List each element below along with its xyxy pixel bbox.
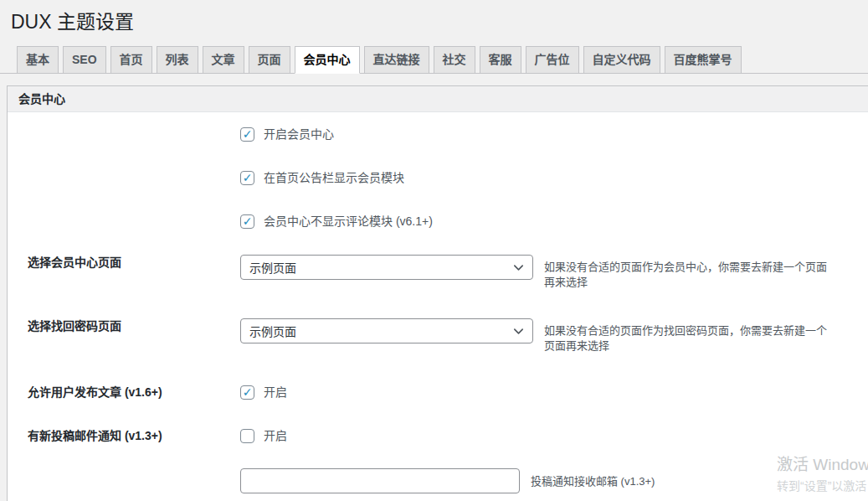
- chevron-down-icon: [512, 261, 525, 274]
- section-header: 会员中心: [8, 86, 868, 112]
- setting-row: 选择会员中心页面 示例页面 如果没有合适的页面作为会员中心，你需要去新建一个页面…: [8, 243, 868, 307]
- row-label: 选择会员中心页面: [8, 255, 240, 270]
- setting-row: 投稿通知接收邮箱 (v1.3+): [8, 457, 868, 501]
- tab-page[interactable]: 页面: [249, 46, 290, 74]
- tab-custom-code[interactable]: 自定义代码: [583, 46, 660, 74]
- tab-bar: 基本 SEO 首页 列表 文章 页面 会员中心 直达链接 社交 客服 广告位 自…: [0, 46, 868, 74]
- show-member-module-home-checkbox[interactable]: [240, 171, 254, 185]
- checkbox-label: 开启: [264, 428, 287, 443]
- setting-row: 选择找回密码页面 示例页面 如果没有合适的页面作为找回密码页面，你需要去新建一个…: [8, 307, 868, 370]
- select-value: 示例页面: [249, 259, 296, 276]
- hint-text: 如果没有合适的页面作为会员中心，你需要去新建一个页面 再来选择: [544, 255, 827, 290]
- setting-row: 会员中心不显示评论模块 (v6.1+): [8, 199, 868, 243]
- setting-row: 在首页公告栏显示会员模块: [8, 156, 868, 199]
- tab-baidu-xiongzhang[interactable]: 百度熊掌号: [665, 46, 742, 74]
- page-title: DUX 主题设置: [0, 0, 868, 34]
- checkbox-label: 开启会员中心: [264, 127, 334, 142]
- setting-row: 有新投稿邮件通知 (v1.3+) 开启: [8, 414, 868, 457]
- hint-text: 投稿通知接收邮箱 (v1.3+): [531, 468, 655, 489]
- row-label: 有新投稿邮件通知 (v1.3+): [8, 428, 240, 443]
- tab-ads[interactable]: 广告位: [526, 46, 579, 74]
- select-value: 示例页面: [249, 323, 296, 339]
- tab-member-center[interactable]: 会员中心: [295, 46, 360, 74]
- new-submission-email-checkbox[interactable]: [240, 429, 254, 443]
- tab-social[interactable]: 社交: [434, 46, 475, 74]
- setting-row: 允许用户发布文章 (v1.6+) 开启: [8, 370, 868, 414]
- checkbox-label: 会员中心不显示评论模块 (v6.1+): [264, 214, 433, 229]
- enable-member-center-checkbox[interactable]: [240, 127, 254, 142]
- notification-email-input[interactable]: [240, 468, 520, 493]
- allow-user-posts-checkbox[interactable]: [240, 385, 254, 400]
- tab-post[interactable]: 文章: [203, 46, 244, 74]
- tab-list[interactable]: 列表: [157, 46, 198, 74]
- row-label: 允许用户发布文章 (v1.6+): [8, 385, 240, 400]
- hint-text: 如果没有合适的页面作为找回密码页面，你需要去新建一个 页面再来选择: [544, 318, 827, 354]
- setting-row: 开启会员中心: [8, 112, 868, 156]
- checkbox-label: 在首页公告栏显示会员模块: [264, 170, 404, 185]
- member-center-settings-panel: 会员中心 开启会员中心 在首页公告栏显示会员模块 会员中心不显示评论模块 (v6…: [7, 85, 868, 501]
- tab-customer-service[interactable]: 客服: [480, 46, 521, 74]
- tab-direct-links[interactable]: 直达链接: [364, 46, 429, 74]
- hide-comment-module-checkbox[interactable]: [240, 214, 254, 229]
- chevron-down-icon: [512, 325, 525, 338]
- member-center-page-select[interactable]: 示例页面: [240, 255, 533, 280]
- tab-home[interactable]: 首页: [110, 46, 152, 74]
- row-label: 选择找回密码页面: [8, 318, 240, 333]
- tab-seo[interactable]: SEO: [63, 46, 106, 74]
- checkbox-label: 开启: [264, 385, 287, 400]
- tab-basic[interactable]: 基本: [17, 46, 59, 74]
- password-reset-page-select[interactable]: 示例页面: [240, 318, 533, 343]
